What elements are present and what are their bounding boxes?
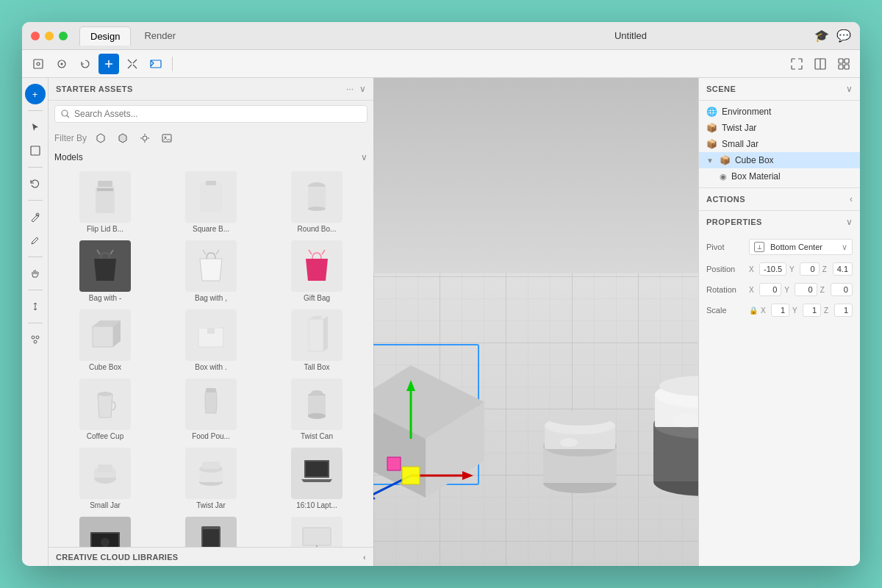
models-arrow-icon[interactable]: ∨ [361, 152, 368, 162]
move-vertical-tool[interactable] [25, 296, 46, 317]
asset-label-bag-white: Bag with , [195, 294, 227, 302]
snap-tool-btn[interactable] [122, 54, 143, 74]
viewport[interactable] [373, 78, 698, 566]
props-collapse-icon[interactable]: ∨ [846, 217, 853, 227]
box-icon-small: 📦 [706, 139, 717, 149]
tree-item-twist-jar[interactable]: 📦 Twist Jar [699, 120, 860, 136]
svg-line-18 [67, 115, 69, 118]
asset-laptop[interactable]: 16:10 Lapt... [265, 445, 369, 512]
tree-item-cube-box[interactable]: ▼ 📦 Cube Box [699, 152, 860, 168]
asset-tablet[interactable]: Tablet 16:10 [159, 514, 263, 547]
add-tool-btn[interactable]: + [25, 84, 46, 104]
scene-collapse-icon[interactable]: ∨ [846, 84, 853, 94]
split-view-btn[interactable] [810, 54, 831, 74]
asset-bag-white[interactable]: Bag with , [159, 237, 263, 305]
filter-light-icon[interactable] [137, 130, 153, 146]
scale-y-value[interactable]: 1 [803, 304, 821, 317]
asset-thumb-flip-lid [79, 171, 131, 223]
rotation-y-value[interactable]: 0 [795, 283, 817, 296]
asset-twist-jar[interactable]: Twist Jar [159, 445, 263, 512]
svg-rect-45 [206, 388, 216, 392]
minimize-button[interactable] [45, 32, 54, 40]
cube-box-object[interactable] [373, 343, 514, 522]
position-x-value[interactable]: -10.5 [759, 262, 786, 276]
svg-rect-66 [203, 529, 219, 547]
filter-shape-icon[interactable] [115, 130, 131, 146]
assets-header-icons: ··· ∨ [346, 84, 366, 94]
actions-collapse-icon[interactable]: ‹ [850, 194, 853, 204]
scale-x-axis: X [761, 306, 768, 315]
tree-item-environment[interactable]: 🌐 Environment [699, 104, 860, 120]
scale-z-value[interactable]: 1 [834, 304, 853, 317]
pen-tool[interactable] [25, 230, 46, 251]
camera-tool-btn[interactable] [146, 54, 166, 74]
magic-tool[interactable] [25, 207, 46, 227]
position-fields: X -10.5 Y 0 Z 4.1 [749, 262, 853, 276]
small-jar-object[interactable] [528, 402, 631, 522]
filter-label: Filter By [54, 133, 87, 143]
asset-tall-box[interactable]: Tall Box [265, 306, 369, 374]
scene-title: SCENE [706, 85, 736, 93]
graduate-icon[interactable]: 🎓 [814, 29, 829, 43]
tree-item-small-jar[interactable]: 📦 Small Jar [699, 136, 860, 152]
props-header: PROPERTIES ∨ [699, 211, 860, 233]
tab-render[interactable]: Render [134, 26, 186, 46]
fullscreen-btn[interactable] [786, 54, 807, 74]
svg-rect-8 [839, 59, 843, 63]
position-y-value[interactable]: 0 [800, 262, 820, 276]
transform-tool-btn[interactable] [51, 54, 72, 74]
asset-flip-lid[interactable]: Flip Lid B... [53, 168, 157, 236]
asset-photo[interactable]: 16:10 Pho... [53, 514, 157, 547]
close-button[interactable] [31, 32, 40, 40]
svg-rect-0 [34, 60, 43, 68]
rotation-z-value[interactable]: 0 [831, 283, 853, 296]
rect-tool[interactable] [25, 140, 46, 161]
grid-view-btn[interactable] [833, 54, 854, 74]
asset-bag-dark[interactable]: Bag with - [53, 237, 157, 305]
rotate-tool-btn[interactable] [75, 54, 96, 74]
large-jar-object[interactable] [639, 373, 698, 522]
svg-point-90 [548, 411, 612, 426]
pointer-tool[interactable] [25, 117, 46, 137]
assets-collapse-icon[interactable]: ∨ [359, 84, 366, 94]
asset-box-with[interactable]: Box with . [159, 306, 263, 374]
asset-label-twist-can: Twist Can [301, 432, 333, 440]
scale-x-value[interactable]: 1 [771, 304, 789, 317]
rotation-fields: X 0 Y 0 Z 0 [749, 283, 853, 296]
rotation-x-axis: X [749, 286, 756, 294]
hand-tool[interactable] [25, 263, 46, 284]
chat-icon[interactable]: 💬 [836, 29, 851, 43]
assets-panel: STARTER ASSETS ··· ∨ Filter By [49, 78, 373, 566]
svg-rect-12 [31, 146, 40, 155]
undo-tool[interactable] [25, 173, 46, 194]
asset-cube-box[interactable]: Cube Box [53, 306, 157, 374]
expand-icon-cube[interactable]: ▼ [706, 157, 714, 165]
scale-lock-icon[interactable]: 🔒 [749, 306, 758, 315]
filter-image-icon[interactable] [159, 130, 175, 146]
svg-rect-28 [97, 188, 113, 191]
tree-item-box-material[interactable]: ◉ Box Material [699, 168, 860, 184]
asset-billboard[interactable]: Billboard [265, 514, 369, 547]
rotation-x-value[interactable]: 0 [759, 283, 781, 296]
asset-small-jar[interactable]: Small Jar [53, 445, 157, 512]
asset-twist-can[interactable]: Twist Can [265, 376, 369, 443]
asset-coffee-cup[interactable]: Coffee Cup [53, 376, 157, 443]
filter-3d-icon[interactable] [93, 130, 109, 146]
asset-food-pou[interactable]: Food Pou... [159, 376, 263, 443]
pivot-select[interactable]: ⊥ Bottom Center ∨ [749, 239, 853, 255]
select-tool-btn[interactable] [28, 54, 49, 74]
asset-round-bo[interactable]: Round Bo... [265, 168, 369, 236]
search-input[interactable] [74, 109, 361, 119]
assets-more-icon[interactable]: ··· [346, 84, 354, 94]
tab-design[interactable]: Design [79, 26, 131, 46]
svg-point-14 [32, 336, 35, 339]
group-tool[interactable] [25, 329, 46, 350]
cc-libraries-arrow-icon[interactable]: ‹ [363, 553, 366, 562]
svg-rect-26 [98, 181, 112, 187]
pivot-icon: ⊥ [754, 242, 764, 252]
move-tool-btn[interactable] [98, 54, 119, 74]
asset-square-b[interactable]: Square B... [159, 168, 263, 236]
asset-gift-bag[interactable]: Gift Bag [265, 237, 369, 305]
position-z-value[interactable]: 4.1 [833, 262, 853, 276]
maximize-button[interactable] [59, 32, 68, 40]
